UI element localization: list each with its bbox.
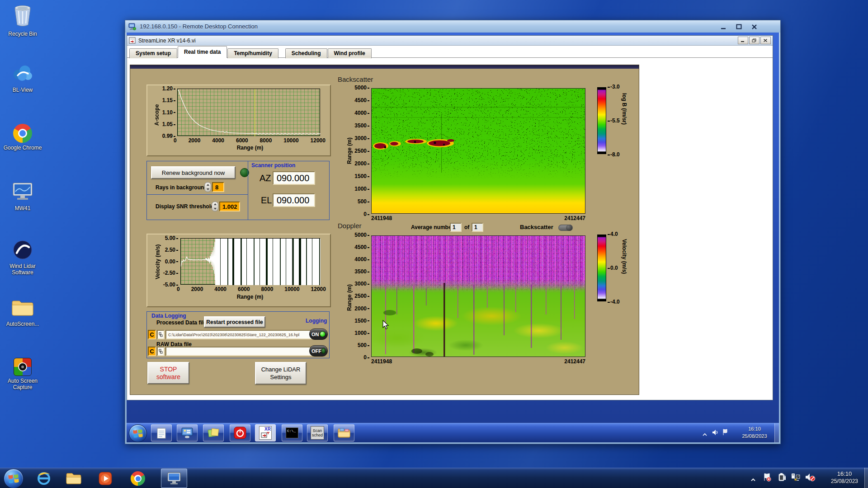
rays-in-background-label: Rays in background bbox=[156, 184, 208, 191]
tab-temp-humidity[interactable]: Temp/humidity bbox=[227, 48, 278, 58]
average-total-field[interactable]: 1 bbox=[472, 223, 483, 232]
doppler-heatmap bbox=[371, 235, 585, 357]
taskbar-ie-icon[interactable] bbox=[35, 470, 52, 487]
auto-screen-capture-icon bbox=[14, 358, 32, 376]
desktop-icon-label: Wind Lidar Software bbox=[3, 263, 42, 276]
restart-processed-file-button[interactable]: Restart processed file bbox=[204, 316, 265, 328]
desktop-icon-label: AutoScreen... bbox=[6, 321, 39, 327]
app-titlebar[interactable]: StreamLine XR v14-6.vi bbox=[127, 36, 773, 46]
processed-path-browse-icon[interactable] bbox=[157, 330, 165, 339]
tab-wind-profile[interactable]: Wind profile bbox=[328, 48, 372, 58]
controls-divider bbox=[147, 194, 248, 195]
minimize-icon[interactable] bbox=[721, 23, 728, 30]
desktop-icon-label: Auto Screen Capture bbox=[3, 378, 42, 390]
app-window-title: StreamLine XR v14-6.vi bbox=[138, 38, 196, 44]
desktop-icon-wind-lidar[interactable]: Wind Lidar Software bbox=[1, 240, 44, 276]
panel-top-edge bbox=[130, 65, 639, 69]
el-label: EL bbox=[261, 195, 272, 206]
average-number-field[interactable]: 1 bbox=[450, 223, 462, 232]
rdp-titlebar[interactable]: 192.168.0.150 - Remote Desktop Connectio… bbox=[125, 20, 780, 33]
processed-logging-toggle[interactable]: ON bbox=[309, 328, 328, 340]
az-label: AZ bbox=[259, 173, 271, 183]
processed-drive-box[interactable]: C bbox=[148, 330, 156, 339]
app-close-icon[interactable] bbox=[760, 37, 771, 44]
remote-tray-volume-icon[interactable] bbox=[712, 429, 719, 437]
app-minimize-icon[interactable] bbox=[738, 37, 748, 44]
maximize-icon[interactable] bbox=[736, 23, 743, 30]
raw-path-browse-icon[interactable] bbox=[157, 347, 165, 356]
remote-cmd-icon[interactable]: C:\_ bbox=[282, 424, 302, 441]
tray-expand-icon[interactable] bbox=[750, 476, 756, 484]
remote-sticky-notes-icon[interactable] bbox=[203, 424, 224, 441]
remote-taskbar: XR C:\_ Scan sched bbox=[127, 423, 779, 442]
remote-display-settings-icon[interactable] bbox=[177, 424, 198, 441]
doppler-colorbar-label: Velocity (m/s) bbox=[621, 239, 627, 307]
host-taskbar: 16:10 25/08/2023 bbox=[0, 468, 868, 488]
scanner-position-title: Scanner position bbox=[251, 162, 295, 169]
taskbar-media-player-icon[interactable] bbox=[97, 470, 114, 487]
el-value-field[interactable]: 090.000 bbox=[273, 193, 315, 207]
tray-battery-icon[interactable] bbox=[777, 473, 786, 483]
remote-folder-icon[interactable] bbox=[334, 424, 354, 441]
doppler-title: Doppler bbox=[338, 222, 362, 230]
tab-real-time-data[interactable]: Real time data bbox=[178, 46, 227, 58]
show-desktop-button[interactable] bbox=[864, 468, 868, 488]
tray-action-center-icon[interactable] bbox=[763, 473, 771, 483]
data-logging-title: Data Logging bbox=[151, 313, 186, 319]
desktop-icon-recycle-bin[interactable]: Recycle Bin bbox=[1, 5, 44, 37]
remote-tray-expand-icon[interactable] bbox=[703, 431, 707, 439]
processed-path-field[interactable]: C:\Lidar\Data\Proc\2023\202308\20230825\… bbox=[165, 330, 313, 339]
tray-volume-mute-icon[interactable] bbox=[805, 473, 816, 483]
host-clock[interactable]: 16:10 25/08/2023 bbox=[824, 470, 865, 485]
raw-logging-toggle[interactable]: OFF bbox=[309, 345, 328, 357]
ascope-plot bbox=[177, 89, 320, 136]
app-restore-icon[interactable] bbox=[749, 37, 760, 44]
snr-value-field[interactable]: 1.002 bbox=[219, 202, 240, 211]
average-number-label: Average number bbox=[411, 224, 453, 230]
taskbar-explorer-icon[interactable] bbox=[65, 470, 82, 487]
desktop-icon-label: MW41 bbox=[15, 205, 31, 211]
desktop-icon-bl-view[interactable]: BL-View bbox=[1, 63, 44, 93]
backscatter-heatmap bbox=[371, 88, 585, 214]
close-icon[interactable] bbox=[751, 23, 759, 30]
backscatter-toggle-slider[interactable] bbox=[558, 225, 573, 231]
raw-path-field[interactable] bbox=[165, 347, 313, 356]
remote-power-stop-icon[interactable] bbox=[230, 424, 250, 441]
remote-show-desktop-button[interactable] bbox=[774, 423, 779, 442]
backscatter-title: Backscatter bbox=[338, 75, 373, 83]
change-lidar-settings-button[interactable]: Change LiDAR Settings bbox=[255, 362, 307, 385]
start-button[interactable] bbox=[4, 469, 24, 488]
backscatter-x-labels: 24119482412447 bbox=[371, 215, 585, 221]
stop-software-button[interactable]: STOP software bbox=[147, 362, 189, 384]
remote-tray-flag-icon[interactable] bbox=[722, 429, 728, 437]
logging-label: Logging bbox=[306, 318, 327, 324]
remote-streamline-xr-icon[interactable]: XR bbox=[255, 424, 276, 441]
streamline-app-window: StreamLine XR v14-6.vi System setupReal … bbox=[127, 35, 773, 400]
desktop-icon-label: Recycle Bin bbox=[8, 31, 37, 37]
desktop-icon-chrome[interactable]: Google Chrome bbox=[1, 124, 44, 151]
tray-network-icon[interactable] bbox=[791, 473, 801, 483]
tab-scheduling[interactable]: Scheduling bbox=[285, 48, 327, 58]
rays-spinner[interactable] bbox=[204, 182, 211, 192]
remote-notepad-icon[interactable] bbox=[151, 424, 172, 441]
remote-clock[interactable]: 16:10 25/08/2023 bbox=[735, 425, 774, 440]
tab-system-setup[interactable]: System setup bbox=[129, 48, 177, 58]
taskbar-chrome-icon[interactable] bbox=[129, 470, 146, 487]
snr-spinner[interactable] bbox=[212, 202, 218, 211]
doppler-colorbar bbox=[597, 235, 606, 301]
folder-icon bbox=[11, 298, 34, 319]
raw-drive-box[interactable]: C bbox=[148, 347, 156, 356]
rays-value-field[interactable]: 8 bbox=[212, 182, 224, 192]
desktop-icon-autoscreen-folder[interactable]: AutoScreen... bbox=[1, 298, 44, 327]
desktop-icon-auto-screen-capture[interactable]: Auto Screen Capture bbox=[1, 358, 44, 390]
wind-lidar-icon bbox=[13, 240, 32, 261]
remote-scan-scheduler-icon[interactable]: Scan sched bbox=[307, 424, 328, 441]
renew-background-button[interactable]: Renew background now bbox=[151, 166, 236, 179]
backscatter-toggle-label: Backscatter bbox=[520, 224, 553, 230]
snr-threshold-label: Display SNR threshold bbox=[156, 203, 214, 210]
desktop-icon-mw41[interactable]: MW41 bbox=[1, 182, 44, 211]
of-label: of bbox=[464, 224, 469, 230]
az-value-field[interactable]: 090.000 bbox=[273, 171, 315, 185]
remote-start-button[interactable] bbox=[129, 424, 147, 442]
taskbar-rdp-active-button[interactable] bbox=[161, 469, 187, 488]
